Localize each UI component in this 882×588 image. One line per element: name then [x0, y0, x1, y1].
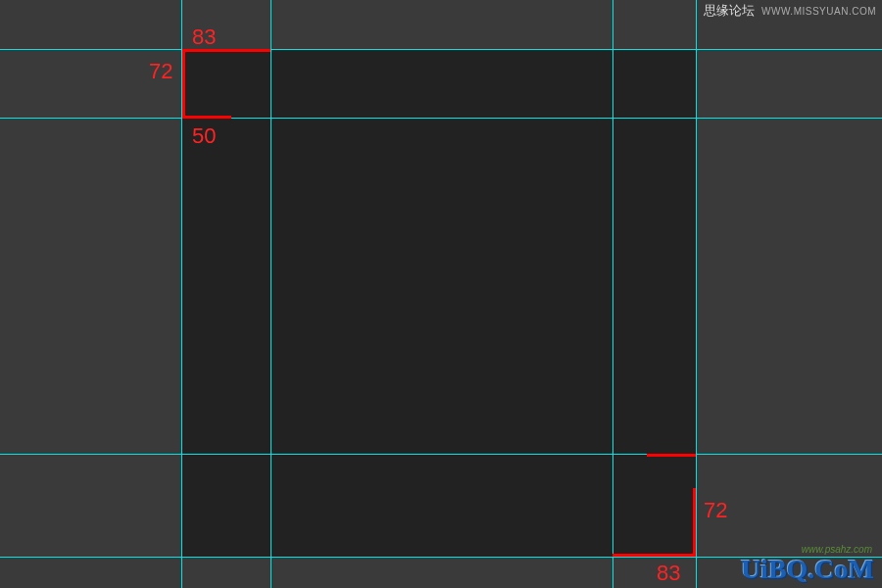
measure-label: 72 [149, 59, 172, 84]
measure-line-vertical [182, 49, 185, 118]
watermark-text: 思缘论坛 [704, 3, 755, 18]
watermark-sub-url: www.psahz.com [802, 544, 872, 555]
guide-vertical[interactable] [696, 0, 697, 588]
guide-horizontal[interactable] [0, 454, 882, 455]
watermark-top: 思缘论坛 WWW.MISSYUAN.COM [704, 2, 876, 20]
guide-vertical[interactable] [270, 0, 271, 588]
measure-line-horizontal [647, 454, 696, 457]
measure-line-vertical [693, 488, 696, 557]
measure-label: 83 [657, 561, 680, 586]
measure-label: 83 [192, 24, 216, 50]
guide-horizontal[interactable] [0, 118, 882, 119]
measure-label: 72 [704, 498, 727, 523]
design-canvas[interactable]: 83 72 50 72 83 思缘论坛 WWW.MISSYUAN.COM UiB… [0, 0, 882, 588]
watermark-logo: UiBQ.CoM [741, 554, 874, 585]
measure-label: 50 [192, 123, 216, 149]
watermark-url: WWW.MISSYUAN.COM [761, 6, 876, 17]
inner-square-shape [181, 49, 696, 557]
measure-line-horizontal [182, 116, 231, 119]
guide-horizontal[interactable] [0, 49, 882, 50]
measure-line-horizontal [612, 554, 696, 557]
guide-vertical[interactable] [612, 0, 613, 588]
